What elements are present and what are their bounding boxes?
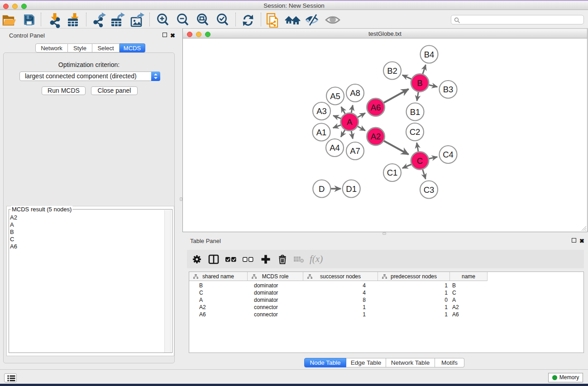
svg-text:C2: C2 bbox=[410, 127, 421, 137]
svg-text:A7: A7 bbox=[350, 146, 360, 156]
svg-text:C: C bbox=[417, 156, 423, 166]
svg-text:B4: B4 bbox=[424, 50, 435, 59]
svg-text:D1: D1 bbox=[346, 184, 357, 194]
svg-text:C4: C4 bbox=[443, 150, 454, 159]
svg-text:B: B bbox=[417, 78, 422, 88]
svg-text:C1: C1 bbox=[387, 168, 398, 177]
svg-text:D: D bbox=[319, 184, 325, 194]
svg-text:A6: A6 bbox=[371, 103, 381, 112]
svg-text:C3: C3 bbox=[424, 185, 435, 195]
svg-text:A3: A3 bbox=[316, 106, 327, 116]
svg-text:A5: A5 bbox=[330, 91, 340, 101]
svg-text:B3: B3 bbox=[443, 85, 454, 94]
svg-text:A4: A4 bbox=[330, 143, 340, 152]
svg-text:B2: B2 bbox=[387, 66, 397, 76]
svg-text:f(x): f(x) bbox=[310, 253, 323, 264]
svg-text:B1: B1 bbox=[410, 107, 421, 117]
svg-text:A1: A1 bbox=[316, 128, 327, 137]
svg-text:A2: A2 bbox=[371, 132, 381, 141]
svg-text:A: A bbox=[347, 117, 353, 127]
svg-text:A8: A8 bbox=[350, 88, 360, 98]
